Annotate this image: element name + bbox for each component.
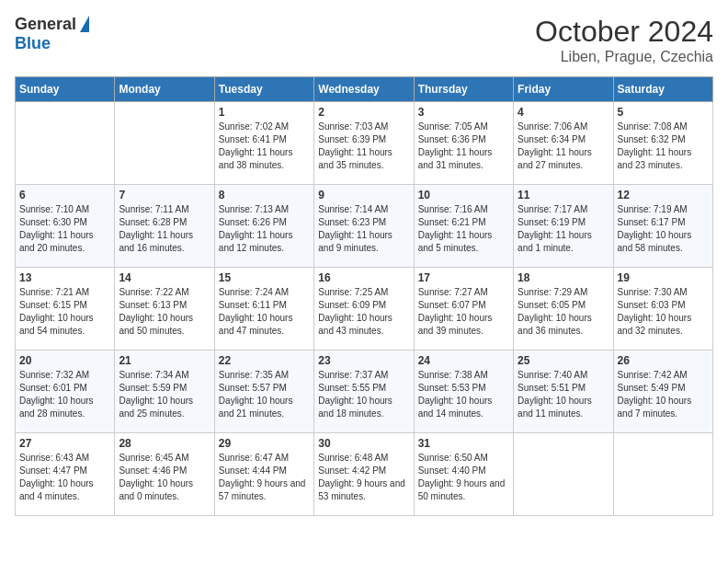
day-info: Sunrise: 7:05 AMSunset: 6:36 PMDaylight:… bbox=[418, 121, 509, 172]
calendar-cell: 6Sunrise: 7:10 AMSunset: 6:30 PMDaylight… bbox=[16, 185, 115, 268]
day-number: 13 bbox=[19, 271, 110, 284]
calendar-cell: 13Sunrise: 7:21 AMSunset: 6:15 PMDayligh… bbox=[16, 268, 115, 350]
calendar-cell: 8Sunrise: 7:13 AMSunset: 6:26 PMDaylight… bbox=[214, 185, 313, 268]
day-number: 9 bbox=[318, 189, 409, 201]
calendar-cell: 14Sunrise: 7:22 AMSunset: 6:13 PMDayligh… bbox=[115, 268, 214, 350]
day-number: 27 bbox=[19, 437, 110, 450]
calendar-cell: 2Sunrise: 7:03 AMSunset: 6:39 PMDaylight… bbox=[314, 102, 414, 185]
calendar-cell: 11Sunrise: 7:17 AMSunset: 6:19 PMDayligh… bbox=[514, 185, 613, 268]
day-number: 1 bbox=[219, 106, 310, 119]
day-info: Sunrise: 7:27 AMSunset: 6:07 PMDaylight:… bbox=[418, 286, 509, 338]
day-number: 19 bbox=[618, 271, 709, 284]
day-number: 21 bbox=[119, 354, 210, 367]
day-info: Sunrise: 7:30 AMSunset: 6:03 PMDaylight:… bbox=[618, 286, 709, 338]
calendar-cell bbox=[16, 102, 115, 185]
day-header-monday: Monday bbox=[115, 77, 214, 102]
logo: General Blue bbox=[15, 15, 89, 53]
day-info: Sunrise: 6:47 AMSunset: 4:44 PMDaylight:… bbox=[219, 452, 310, 503]
day-number: 29 bbox=[219, 437, 310, 450]
day-number: 18 bbox=[518, 271, 609, 284]
calendar-cell: 22Sunrise: 7:35 AMSunset: 5:57 PMDayligh… bbox=[214, 350, 313, 433]
day-info: Sunrise: 7:34 AMSunset: 5:59 PMDaylight:… bbox=[119, 369, 210, 420]
day-number: 22 bbox=[219, 354, 310, 367]
day-info: Sunrise: 7:25 AMSunset: 6:09 PMDaylight:… bbox=[318, 286, 409, 338]
day-number: 28 bbox=[119, 437, 210, 450]
calendar-cell: 18Sunrise: 7:29 AMSunset: 6:05 PMDayligh… bbox=[514, 268, 613, 350]
calendar-cell: 17Sunrise: 7:27 AMSunset: 6:07 PMDayligh… bbox=[414, 268, 513, 350]
day-number: 26 bbox=[618, 354, 709, 367]
calendar-table: SundayMondayTuesdayWednesdayThursdayFrid… bbox=[15, 76, 713, 516]
day-number: 12 bbox=[618, 189, 709, 201]
day-number: 2 bbox=[318, 106, 409, 119]
calendar-cell bbox=[115, 102, 214, 185]
week-row-3: 13Sunrise: 7:21 AMSunset: 6:15 PMDayligh… bbox=[16, 268, 713, 350]
day-info: Sunrise: 7:14 AMSunset: 6:23 PMDaylight:… bbox=[318, 203, 409, 255]
calendar-cell: 7Sunrise: 7:11 AMSunset: 6:28 PMDaylight… bbox=[115, 185, 214, 268]
day-number: 8 bbox=[219, 189, 310, 201]
calendar-cell: 19Sunrise: 7:30 AMSunset: 6:03 PMDayligh… bbox=[613, 268, 712, 350]
calendar-cell: 26Sunrise: 7:42 AMSunset: 5:49 PMDayligh… bbox=[613, 350, 712, 433]
day-number: 24 bbox=[418, 354, 509, 367]
calendar-cell: 15Sunrise: 7:24 AMSunset: 6:11 PMDayligh… bbox=[214, 268, 313, 350]
day-number: 15 bbox=[219, 271, 310, 284]
day-info: Sunrise: 7:03 AMSunset: 6:39 PMDaylight:… bbox=[318, 121, 409, 172]
month-title: October 2024 bbox=[535, 15, 713, 49]
day-info: Sunrise: 6:45 AMSunset: 4:46 PMDaylight:… bbox=[119, 452, 210, 503]
day-number: 16 bbox=[318, 271, 409, 284]
calendar-cell: 24Sunrise: 7:38 AMSunset: 5:53 PMDayligh… bbox=[414, 350, 513, 433]
day-number: 3 bbox=[418, 106, 509, 119]
calendar-cell bbox=[514, 433, 613, 516]
day-header-wednesday: Wednesday bbox=[314, 77, 414, 102]
day-info: Sunrise: 6:43 AMSunset: 4:47 PMDaylight:… bbox=[19, 452, 110, 503]
calendar-cell: 12Sunrise: 7:19 AMSunset: 6:17 PMDayligh… bbox=[613, 185, 712, 268]
calendar-cell: 29Sunrise: 6:47 AMSunset: 4:44 PMDayligh… bbox=[214, 433, 313, 516]
day-info: Sunrise: 7:21 AMSunset: 6:15 PMDaylight:… bbox=[19, 286, 110, 338]
day-info: Sunrise: 7:38 AMSunset: 5:53 PMDaylight:… bbox=[418, 369, 509, 420]
calendar-cell: 9Sunrise: 7:14 AMSunset: 6:23 PMDaylight… bbox=[314, 185, 414, 268]
day-info: Sunrise: 7:35 AMSunset: 5:57 PMDaylight:… bbox=[219, 369, 310, 420]
day-number: 20 bbox=[19, 354, 110, 367]
day-info: Sunrise: 6:50 AMSunset: 4:40 PMDaylight:… bbox=[418, 452, 509, 503]
calendar-cell: 31Sunrise: 6:50 AMSunset: 4:40 PMDayligh… bbox=[414, 433, 513, 516]
day-info: Sunrise: 7:17 AMSunset: 6:19 PMDaylight:… bbox=[518, 203, 609, 255]
day-number: 17 bbox=[418, 271, 509, 284]
calendar-cell: 3Sunrise: 7:05 AMSunset: 6:36 PMDaylight… bbox=[414, 102, 513, 185]
calendar-cell: 20Sunrise: 7:32 AMSunset: 6:01 PMDayligh… bbox=[16, 350, 115, 433]
calendar-cell: 1Sunrise: 7:02 AMSunset: 6:41 PMDaylight… bbox=[214, 102, 313, 185]
day-number: 30 bbox=[318, 437, 409, 450]
day-number: 7 bbox=[119, 189, 210, 201]
day-number: 31 bbox=[418, 437, 509, 450]
calendar-cell: 5Sunrise: 7:08 AMSunset: 6:32 PMDaylight… bbox=[613, 102, 712, 185]
day-number: 10 bbox=[418, 189, 509, 201]
day-number: 25 bbox=[518, 354, 609, 367]
title-block: October 2024 Liben, Prague, Czechia bbox=[535, 15, 713, 65]
day-info: Sunrise: 7:24 AMSunset: 6:11 PMDaylight:… bbox=[219, 286, 310, 338]
week-row-5: 27Sunrise: 6:43 AMSunset: 4:47 PMDayligh… bbox=[16, 433, 713, 516]
day-info: Sunrise: 7:16 AMSunset: 6:21 PMDaylight:… bbox=[418, 203, 509, 255]
calendar-cell: 27Sunrise: 6:43 AMSunset: 4:47 PMDayligh… bbox=[16, 433, 115, 516]
week-row-4: 20Sunrise: 7:32 AMSunset: 6:01 PMDayligh… bbox=[16, 350, 713, 433]
calendar-body: 1Sunrise: 7:02 AMSunset: 6:41 PMDaylight… bbox=[16, 102, 713, 516]
logo-triangle-icon bbox=[80, 16, 89, 32]
calendar-cell: 30Sunrise: 6:48 AMSunset: 4:42 PMDayligh… bbox=[314, 433, 414, 516]
calendar-cell: 28Sunrise: 6:45 AMSunset: 4:46 PMDayligh… bbox=[115, 433, 214, 516]
calendar-cell: 25Sunrise: 7:40 AMSunset: 5:51 PMDayligh… bbox=[514, 350, 613, 433]
page-header: General Blue October 2024 Liben, Prague,… bbox=[15, 15, 713, 65]
calendar-header-row: SundayMondayTuesdayWednesdayThursdayFrid… bbox=[16, 77, 713, 102]
day-info: Sunrise: 7:19 AMSunset: 6:17 PMDaylight:… bbox=[618, 203, 709, 255]
logo-general: General bbox=[15, 15, 76, 34]
day-info: Sunrise: 7:08 AMSunset: 6:32 PMDaylight:… bbox=[618, 121, 709, 172]
day-number: 6 bbox=[19, 189, 110, 201]
day-info: Sunrise: 7:06 AMSunset: 6:34 PMDaylight:… bbox=[518, 121, 609, 172]
day-info: Sunrise: 7:10 AMSunset: 6:30 PMDaylight:… bbox=[19, 203, 110, 255]
location-title: Liben, Prague, Czechia bbox=[535, 49, 713, 65]
day-number: 5 bbox=[618, 106, 709, 119]
calendar-cell bbox=[613, 433, 712, 516]
day-info: Sunrise: 7:40 AMSunset: 5:51 PMDaylight:… bbox=[518, 369, 609, 420]
week-row-1: 1Sunrise: 7:02 AMSunset: 6:41 PMDaylight… bbox=[16, 102, 713, 185]
day-header-sunday: Sunday bbox=[16, 77, 115, 102]
day-header-friday: Friday bbox=[514, 77, 613, 102]
day-info: Sunrise: 7:11 AMSunset: 6:28 PMDaylight:… bbox=[119, 203, 210, 255]
day-number: 11 bbox=[518, 189, 609, 201]
day-info: Sunrise: 7:42 AMSunset: 5:49 PMDaylight:… bbox=[618, 369, 709, 420]
